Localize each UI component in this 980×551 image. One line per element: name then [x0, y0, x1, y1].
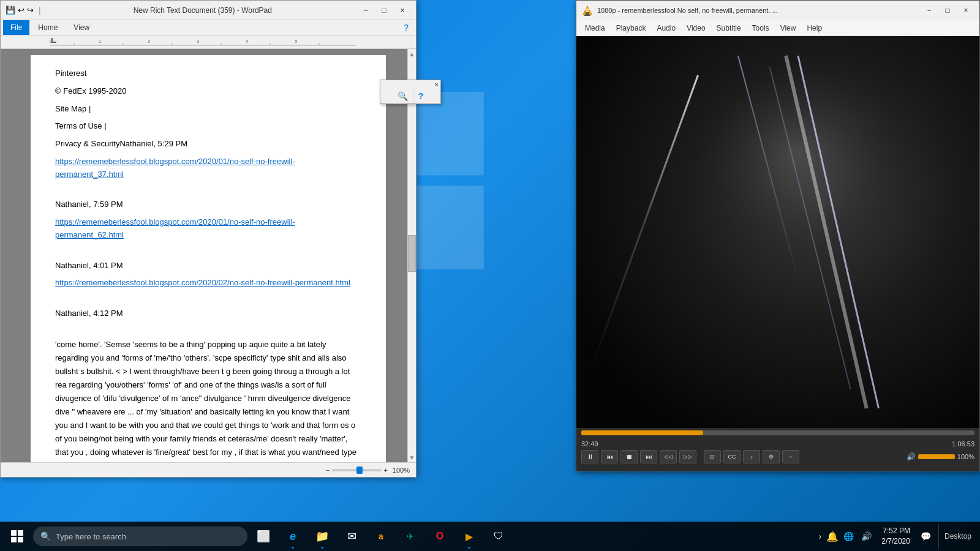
scroll-down-btn[interactable]: ▼	[408, 452, 416, 462]
mail-icon: ✉	[347, 530, 356, 543]
doc-name2: Nathaniel, 4:01 PM	[55, 260, 361, 272]
vlc-menu-playback[interactable]: Playback	[611, 22, 651, 34]
vlc-video-area[interactable]	[576, 36, 979, 428]
taskbar-amazon-btn[interactable]: a	[368, 523, 394, 550]
ribbon-tab-home[interactable]: Home	[31, 20, 65, 35]
vlc-menu-audio[interactable]: Audio	[652, 22, 680, 34]
vlc-toggle-btn1[interactable]: ⊟	[704, 450, 721, 463]
svg-text:5: 5	[295, 39, 298, 44]
vlc-settings-btn[interactable]: ⚙	[763, 450, 780, 463]
vlc-menu-subtitle[interactable]: Subtitle	[712, 22, 746, 34]
wordpad-ruler: 0 1 2 3 4 5	[1, 36, 416, 49]
vlc-controls: 32:49 1:06:53 ⏸ ⏮ ⏹ ⏭ ◁◁ ▷▷ ⊟ CC ♪ ⚙ ↔ 🔊	[576, 428, 979, 471]
vlc-menu-tools[interactable]: Tools	[747, 22, 774, 34]
zoom-thumb[interactable]	[356, 467, 363, 474]
wordpad-help-btn[interactable]: ?	[399, 20, 413, 35]
vlc-buttons-row: ⏸ ⏮ ⏹ ⏭ ◁◁ ▷▷ ⊟ CC ♪ ⚙ ↔ 🔊 100%	[581, 450, 974, 463]
vlc-time-row: 32:49 1:06:53	[581, 440, 974, 448]
tray-notification-icon[interactable]: 🔔	[826, 531, 839, 542]
vlc-volume-bar[interactable]	[918, 454, 955, 459]
vlc-titlebar: 1080p - rememberlessfool No self, no fre…	[576, 1, 979, 20]
vlc-subtitle-btn[interactable]: CC	[723, 450, 741, 463]
taskbar-search[interactable]: 🔍 Type here to search	[33, 527, 247, 546]
wordpad-save-icon[interactable]: 💾	[6, 6, 15, 15]
taskbar-clock[interactable]: 7:52 PM 2/7/2020	[876, 526, 915, 547]
task-view-btn[interactable]: ⬜	[250, 523, 277, 550]
wordpad-scroll-area[interactable]: Pinterest © FedEx 1995-2020 Site Map | T…	[1, 49, 416, 462]
taskbar-tripadvisor-btn[interactable]: ✈	[397, 523, 424, 550]
doc-link1[interactable]: https://rememeberlessfool.blogspot.com/2…	[55, 156, 361, 181]
doc-link3[interactable]: https://rememeberlessfool.blogspot.com/2…	[55, 277, 361, 290]
taskbar-vlc-btn[interactable]: ▶	[456, 523, 483, 550]
vlc-frame-back-btn[interactable]: ◁◁	[660, 450, 677, 463]
edge-icon: e	[290, 530, 296, 543]
vlc-audio-btn[interactable]: ♪	[743, 450, 760, 463]
vlc-menu-help[interactable]: Help	[802, 22, 827, 34]
vlc-menu-view[interactable]: View	[775, 22, 801, 34]
small-popup-search-icon[interactable]: 🔍	[398, 91, 408, 101]
small-popup-titlebar: ×	[380, 80, 440, 89]
taskbar-explorer-btn[interactable]: 📁	[309, 523, 336, 550]
wordpad-titlebar: 💾 ↩ ↪ | New Rich Text Document (359) - W…	[1, 1, 416, 20]
notification-center-btn[interactable]: 💬	[918, 528, 935, 545]
zoom-out-btn[interactable]: −	[326, 467, 330, 474]
small-popup-help-icon[interactable]: ?	[418, 91, 424, 101]
wordpad-doc-area[interactable]: Pinterest © FedEx 1995-2020 Site Map | T…	[1, 49, 416, 462]
vlc-total-time: 1:06:53	[952, 440, 974, 448]
vlc-extra-btn[interactable]: ↔	[782, 450, 799, 463]
zoom-in-btn[interactable]: +	[383, 467, 387, 474]
wordpad-maximize-btn[interactable]: □	[375, 4, 393, 17]
wordpad-redo-icon[interactable]: ↪	[27, 6, 34, 15]
vlc-stop-btn[interactable]: ⏹	[620, 450, 638, 463]
wordpad-undo-icon[interactable]: ↩	[18, 6, 24, 15]
zoom-slider[interactable]	[332, 469, 381, 471]
start-icon	[11, 530, 23, 542]
network-icon[interactable]: 🌐	[841, 529, 856, 544]
small-popup-close[interactable]: ×	[435, 81, 439, 88]
tray-chevron-btn[interactable]: ›	[816, 529, 824, 544]
doc-main-paragraph: 'come home'. 'Semse 'seems to be a thing…	[55, 338, 361, 462]
vlc-frame-fwd-btn[interactable]: ▷▷	[679, 450, 696, 463]
vlc-play-pause-btn[interactable]: ⏸	[581, 450, 598, 463]
show-desktop-btn[interactable]: Desktop	[938, 524, 942, 549]
vlc-video-canvas	[576, 36, 979, 428]
vlc-title: 1080p - rememberlessfool No self, no fre…	[597, 7, 921, 14]
doc-line-fedex: © FedEx 1995-2020	[55, 85, 361, 98]
taskbar-security-btn[interactable]: 🛡	[485, 523, 512, 550]
vlc-progress-bar[interactable]	[581, 430, 974, 435]
vlc-mute-btn[interactable]: 🔊	[907, 452, 916, 461]
scroll-up-btn[interactable]: ▲	[408, 49, 416, 59]
vlc-maximize-btn[interactable]: □	[939, 4, 956, 17]
vlc-prev-btn[interactable]: ⏮	[601, 450, 618, 463]
edge-running-indicator	[292, 547, 294, 549]
wordpad-scrollbar-v[interactable]: ▲ ▼	[407, 49, 416, 462]
wordpad-close-btn[interactable]: ×	[394, 4, 411, 17]
scroll-thumb[interactable]	[408, 235, 416, 272]
svg-rect-26	[584, 15, 590, 16]
vlc-close-btn[interactable]: ×	[957, 4, 974, 17]
vlc-volume-fill	[918, 454, 955, 459]
vlc-current-time: 32:49	[581, 440, 598, 448]
wordpad-window-controls: − □ ×	[357, 4, 411, 17]
vlc-app-icon	[581, 4, 594, 17]
doc-link2[interactable]: https://rememeberlessfool.blogspot.com/2…	[55, 216, 361, 242]
vlc-menu-media[interactable]: Media	[580, 22, 610, 34]
ruler-tab-stop	[51, 38, 56, 43]
doc-line-sitemap: Site Map |	[55, 103, 361, 116]
taskbar-edge-btn[interactable]: e	[279, 523, 306, 550]
taskbar-search-text: Type here to search	[56, 532, 126, 541]
sound-icon[interactable]: 🔊	[859, 529, 874, 544]
vlc-next-btn[interactable]: ⏭	[640, 450, 657, 463]
taskbar-opera-btn[interactable]: O	[426, 523, 453, 550]
ribbon-tab-view[interactable]: View	[66, 20, 97, 35]
wordpad-minimize-btn[interactable]: −	[357, 4, 374, 17]
wordpad-title: New Rich Text Document (359) - WordPad	[48, 6, 357, 15]
ribbon-tab-file[interactable]: File	[3, 20, 29, 35]
taskbar: 🔍 Type here to search ⬜ e 📁 ✉ a ✈ O	[0, 522, 980, 551]
vlc-minimize-btn[interactable]: −	[921, 4, 938, 17]
taskbar-mail-btn[interactable]: ✉	[338, 523, 365, 550]
start-button[interactable]	[4, 523, 31, 550]
vlc-menu-video[interactable]: Video	[682, 22, 710, 34]
taskbar-time: 7:52 PM	[883, 526, 910, 536]
doc-line-pinterest: Pinterest	[55, 67, 361, 80]
